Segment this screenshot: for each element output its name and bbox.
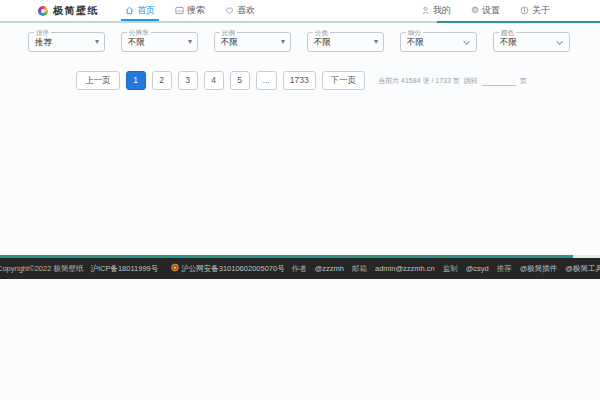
nav-item-label: 我的 <box>433 4 451 17</box>
next-page-button[interactable]: 下一页 <box>322 71 366 90</box>
police-badge-icon <box>171 263 179 274</box>
nav-item-home[interactable]: 首页 <box>115 0 165 21</box>
user-icon <box>421 6 430 15</box>
nav-item-label: 搜索 <box>187 4 205 17</box>
logo[interactable]: 极简壁纸 <box>38 0 99 21</box>
filter-select-ratio[interactable]: 比例 不限 ▾ <box>214 32 291 52</box>
info-icon <box>520 6 529 15</box>
caret-down-icon: ▾ <box>188 38 192 46</box>
filter-label: 分类 <box>313 29 330 37</box>
gear-icon: ⚙ <box>471 6 479 15</box>
footer: Copyright©2022 极简壁纸 沪ICP备18011999号 沪公网安备… <box>0 258 600 279</box>
police-record[interactable]: 沪公网安备31010602005070号 <box>171 263 284 274</box>
nav-item-about[interactable]: 关于 <box>510 0 560 21</box>
page-button-1[interactable]: 1 <box>126 71 146 90</box>
icp-link[interactable]: 沪ICP备18011999号 <box>90 264 158 274</box>
search-icon <box>175 6 184 15</box>
user-nav: 我的 ⚙ 设置 关于 <box>411 0 560 21</box>
police-link: 沪公网安备31010602005070号 <box>181 264 284 274</box>
nav-item-label: 关于 <box>532 4 550 17</box>
pagination: 上一页 1 2 3 4 5 ... 1733 下一页 当前共 41584 张 /… <box>0 71 600 90</box>
pagination-total-text: 当前共 41584 张 / 1733 页 <box>378 76 460 86</box>
author-link[interactable]: @zzzmh <box>315 264 344 273</box>
filter-label: 颜色 <box>499 29 516 37</box>
prev-page-button[interactable]: 上一页 <box>76 71 120 90</box>
caret-down-icon: ▾ <box>281 38 285 46</box>
filter-select-color[interactable]: 颜色 不限 <box>493 32 570 52</box>
jump-unit-label: 页 <box>520 76 527 86</box>
jump-page-input[interactable] <box>482 75 516 86</box>
copyright-text: Copyright©2022 极简壁纸 <box>0 264 83 274</box>
recommend-link-plugin[interactable]: @极简插件 <box>520 264 558 274</box>
producer-label: 监制 <box>443 264 458 274</box>
logo-text: 极简壁纸 <box>53 4 99 18</box>
caret-down-icon: ▾ <box>95 38 99 46</box>
email-label: 邮箱 <box>352 264 367 274</box>
caret-down-icon: ▾ <box>374 38 378 46</box>
producer-link[interactable]: @csyd <box>466 264 489 273</box>
top-loading-bar <box>0 21 600 23</box>
nav-item-label: 喜欢 <box>237 4 255 17</box>
filter-bar: 排序 推荐 ▾ 分辨率 不限 ▾ 比例 不限 ▾ 分类 不限 ▾ 细分 不限 颜… <box>28 32 572 52</box>
heart-icon <box>225 6 234 15</box>
filter-label: 分辨率 <box>127 29 151 37</box>
page-button-3[interactable]: 3 <box>178 71 198 90</box>
author-label: 作者 <box>292 264 307 274</box>
recommend-label: 推荐 <box>497 264 512 274</box>
page-button-2[interactable]: 2 <box>152 71 172 90</box>
filter-select-category[interactable]: 分类 不限 ▾ <box>307 32 384 52</box>
filter-select-sort[interactable]: 排序 推荐 ▾ <box>28 32 105 52</box>
page-ellipsis-button[interactable]: ... <box>256 71 277 90</box>
filter-label: 细分 <box>406 29 423 37</box>
main-nav: 首页 搜索 喜欢 <box>115 0 265 21</box>
filter-select-subcategory[interactable]: 细分 不限 <box>400 32 477 52</box>
top-navbar: 极简壁纸 首页 搜索 喜欢 我的 ⚙ <box>0 0 600 21</box>
jump-label: 跳转 <box>464 76 478 86</box>
page-button-4[interactable]: 4 <box>204 71 224 90</box>
nav-item-search[interactable]: 搜索 <box>165 0 215 21</box>
nav-item-likes[interactable]: 喜欢 <box>215 0 265 21</box>
email-link[interactable]: admin@zzzmh.cn <box>375 264 435 273</box>
filter-label: 比例 <box>220 29 237 37</box>
nav-item-label: 设置 <box>482 4 500 17</box>
nav-item-settings[interactable]: ⚙ 设置 <box>461 0 510 21</box>
page-button-last[interactable]: 1733 <box>283 71 316 90</box>
recommend-link-tools[interactable]: @极简工具 <box>565 264 600 274</box>
filter-select-resolution[interactable]: 分辨率 不限 ▾ <box>121 32 198 52</box>
logo-icon <box>38 6 48 16</box>
nav-item-mine[interactable]: 我的 <box>411 0 461 21</box>
nav-item-label: 首页 <box>137 4 155 17</box>
pagination-info: 当前共 41584 张 / 1733 页 跳转 页 <box>378 75 527 86</box>
home-icon <box>125 6 134 15</box>
filter-label: 排序 <box>34 29 51 37</box>
page-button-5[interactable]: 5 <box>230 71 250 90</box>
